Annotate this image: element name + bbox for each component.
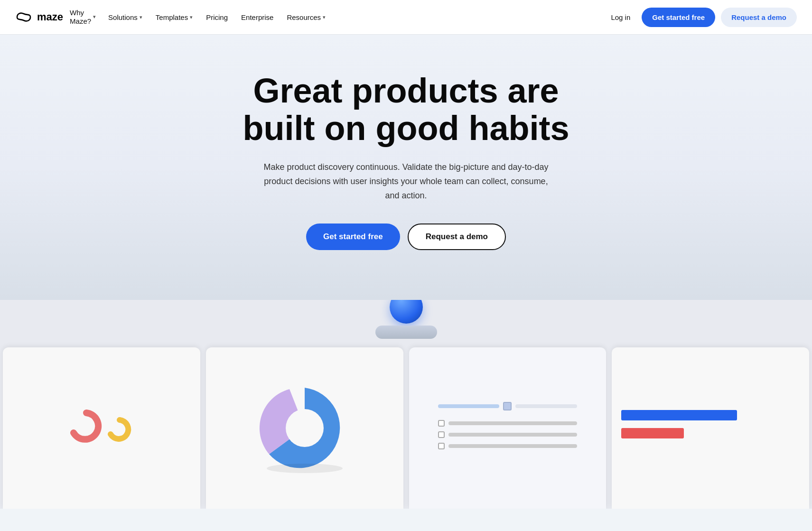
logo-text: maze [37, 11, 63, 23]
form-row-2 [438, 431, 577, 438]
card-numbers [3, 347, 200, 509]
login-button[interactable]: Log in [605, 9, 636, 25]
blue-sphere [390, 300, 423, 324]
arc-yellow-icon [107, 416, 133, 447]
cards-row [0, 328, 812, 509]
card-form [409, 347, 607, 509]
bar-chart [612, 401, 809, 456]
pie-chart [257, 381, 352, 475]
chevron-down-icon: ▾ [140, 14, 142, 20]
nav-why-maze-label2: Maze? [70, 17, 91, 26]
form-mockup [429, 392, 587, 464]
hero-buttons: Get started free Request a demo [19, 224, 793, 250]
nav-item-solutions[interactable]: Solutions ▾ [103, 9, 148, 25]
checkbox-icon [438, 420, 445, 427]
hero-section: Great products are built on good habits … [0, 34, 812, 300]
nav-item-templates[interactable]: Templates ▾ [150, 9, 198, 25]
bar-row-1 [621, 410, 800, 420]
nav-item-pricing[interactable]: Pricing [200, 9, 233, 25]
request-demo-button-nav[interactable]: Request a demo [721, 8, 797, 27]
form-row-1 [438, 420, 577, 427]
chevron-down-icon: ▾ [323, 14, 326, 20]
logo[interactable]: maze [15, 10, 63, 24]
hero-title: Great products are built on good habits [216, 72, 596, 147]
checkbox-icon [438, 443, 445, 449]
nav-item-enterprise[interactable]: Enterprise [235, 9, 279, 25]
checkbox-icon [438, 431, 445, 438]
nav-why-maze-label: Why [70, 9, 91, 17]
card-bar-chart [612, 347, 809, 509]
chevron-down-icon: ▾ [190, 14, 193, 20]
svg-point-0 [286, 409, 324, 447]
chevron-down-icon: ▾ [93, 14, 96, 20]
hero-subtitle: Make product discovery continuous. Valid… [259, 160, 553, 203]
illustration-section [0, 300, 812, 509]
nav-item-why-maze[interactable]: Why Maze? ▾ [65, 9, 101, 26]
get-started-button-hero[interactable]: Get started free [306, 224, 400, 250]
number-decoration [60, 400, 142, 456]
arc-red-icon [70, 409, 103, 447]
maze-logo-icon [15, 10, 32, 24]
form-row-3 [438, 443, 577, 449]
get-started-button-nav[interactable]: Get started free [642, 8, 715, 27]
svg-point-1 [267, 464, 343, 473]
navbar: maze Why Maze? ▾ Solutions ▾ Templates ▾… [0, 0, 812, 34]
nav-links: Solutions ▾ Templates ▾ Pricing Enterpri… [103, 9, 605, 25]
request-demo-button-hero[interactable]: Request a demo [408, 224, 506, 250]
nav-actions: Log in Get started free Request a demo [605, 8, 797, 27]
nav-item-resources[interactable]: Resources ▾ [281, 9, 331, 25]
card-pie-chart [206, 347, 403, 509]
bar-row-2 [621, 428, 800, 438]
